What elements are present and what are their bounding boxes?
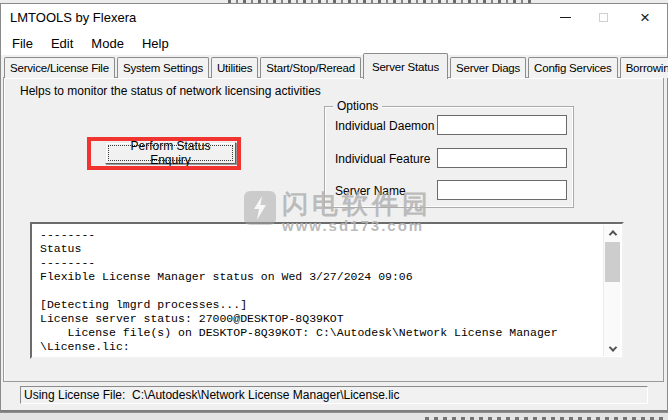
status-output-area: -------- Status -------- Flexible Licens… [30, 222, 624, 359]
perform-status-enquiry-button[interactable]: Perform Status Enquiry [105, 142, 236, 164]
chevron-up-icon [608, 230, 616, 238]
minimize-icon [560, 17, 571, 18]
individual-feature-input[interactable] [437, 148, 567, 168]
maximize-button[interactable] [585, 4, 621, 31]
titlebar[interactable]: LMTOOLS by Flexera × [1, 4, 667, 31]
individual-feature-label: Individual Feature [335, 152, 430, 166]
status-line: -------- [40, 228, 600, 242]
status-line: \License.lic: [40, 340, 600, 354]
button-focus-rect: Perform Status Enquiry [108, 145, 233, 161]
status-line: -------- [40, 256, 600, 270]
status-output-text: -------- Status -------- Flexible Licens… [40, 228, 600, 354]
tab-config-services[interactable]: Config Services [528, 57, 618, 78]
status-bar: Using License File: C:\Autodesk\Network … [20, 386, 648, 404]
close-icon: × [640, 9, 650, 26]
options-group-title: Options [333, 99, 382, 113]
tab-service-license-file[interactable]: Service/License File [4, 57, 115, 78]
lmtools-app: LMTOOLS by Flexera × File Edit Mode Help… [0, 0, 668, 420]
scrollbar-thumb[interactable] [605, 242, 620, 282]
tab-utilities[interactable]: Utilities [211, 57, 258, 78]
close-button[interactable]: × [627, 4, 663, 31]
individual-daemon-label: Individual Daemon [335, 119, 434, 133]
scroll-up-button[interactable] [604, 225, 621, 240]
page-helper-text: Helps to monitor the status of network l… [20, 84, 321, 98]
status-line [40, 284, 600, 298]
chevron-down-icon [608, 343, 616, 351]
option-row: Server Name [325, 180, 573, 202]
status-line: Status [40, 242, 600, 256]
vertical-scrollbar[interactable] [603, 225, 620, 356]
using-license-file-text: Using License File: C:\Autodesk\Network … [24, 388, 400, 402]
status-line: License file(s) on DESKTOP-8Q39KOT: C:\A… [40, 326, 600, 340]
option-row: Individual Daemon [325, 115, 573, 137]
window-title: LMTOOLS by Flexera [10, 10, 136, 25]
individual-daemon-input[interactable] [437, 115, 567, 135]
tab-system-settings[interactable]: System Settings [117, 57, 209, 78]
tab-server-status[interactable]: Server Status [363, 53, 448, 79]
tab-start-stop-reread[interactable]: Start/Stop/Reread [260, 57, 361, 78]
background-window-sliver-bottom [0, 412, 668, 420]
server-name-input[interactable] [437, 180, 567, 200]
status-line: Flexible License Manager status on Wed 3… [40, 270, 600, 284]
options-groupbox: Options Individual Daemon Individual Fea… [324, 106, 574, 208]
option-row: Individual Feature [325, 148, 573, 170]
scroll-down-button[interactable] [604, 341, 621, 356]
server-name-label: Server Name [335, 184, 406, 198]
tab-strip: Service/License File System Settings Uti… [4, 51, 668, 78]
minimize-button[interactable] [547, 4, 583, 31]
status-line: License server status: 27000@DESKTOP-8Q3… [40, 312, 600, 326]
maximize-icon [599, 13, 608, 22]
tab-borrowing[interactable]: Borrowing [620, 57, 668, 78]
tab-server-diags[interactable]: Server Diags [450, 57, 526, 78]
status-line: [Detecting lmgrd processes...] [40, 298, 600, 312]
